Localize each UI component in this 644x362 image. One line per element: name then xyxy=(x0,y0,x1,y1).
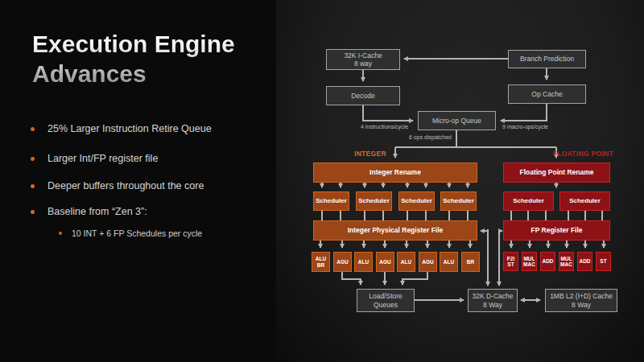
slide-title: Execution Engine Advances xyxy=(32,29,274,88)
bullet-text: 25% Larger Instruction Retire Queue xyxy=(47,123,212,134)
slide-title-line2: Advances xyxy=(32,59,274,88)
decode-box: Decode xyxy=(326,86,400,105)
bullet-item: Baseline from “Zen 3”: xyxy=(31,206,147,217)
unit-label: ADD xyxy=(579,258,590,264)
load-store-label-line1: Load/Store xyxy=(369,292,402,300)
fp-register-file-box: FP Register File xyxy=(503,220,610,241)
bullet-dot xyxy=(31,157,35,161)
unit-label: BR xyxy=(317,262,324,268)
dcache-label-line2: 8 Way xyxy=(483,301,502,309)
micro-op-queue-box: Micro-op Queue xyxy=(418,111,496,130)
int-scheduler-box: Scheduler xyxy=(440,191,477,211)
integer-section-label: INTEGER xyxy=(354,150,386,158)
unit-label: ALU xyxy=(401,259,411,265)
branch-prediction-label: Branch Prediction xyxy=(520,55,574,63)
bullet-dot xyxy=(31,210,35,214)
unit-label: ADD xyxy=(542,258,553,264)
micro-op-queue-label: Micro-op Queue xyxy=(432,117,481,125)
unit-label: AGU xyxy=(422,259,433,265)
l2-cache-label-line2: 8 Way xyxy=(572,301,591,309)
integer-rename-label: Integer Rename xyxy=(369,168,421,176)
slide-title-line1: Execution Engine xyxy=(32,29,274,59)
icache-box: 32K I-Cache 8 way xyxy=(326,49,400,70)
icache-label-line2: 8 way xyxy=(354,60,372,68)
unit-label: ST xyxy=(507,261,514,267)
ops-dispatched-label: 6 ops dispatched xyxy=(400,134,460,140)
l2-cache-box: 1MB L2 (I+D) Cache 8 Way xyxy=(545,289,617,312)
sub-bullet-text: 10 INT + 6 FP Schedules per cycle xyxy=(72,228,202,238)
dcache-box: 32K D-Cache 8 Way xyxy=(468,289,518,312)
fp-scheduler-label: Scheduler xyxy=(569,197,601,205)
bullet-text: Larger Int/FP register file xyxy=(47,153,158,164)
unit-label: AGU xyxy=(379,259,390,265)
unit-label: ALU xyxy=(316,256,326,261)
bullet-dot xyxy=(59,232,62,235)
unit-label: ALU xyxy=(358,259,369,265)
add-unit: ADD xyxy=(577,252,592,271)
unit-label: F2I xyxy=(507,256,514,261)
bullet-item: Larger Int/FP register file xyxy=(31,153,158,164)
agu-unit: AGU xyxy=(376,252,394,272)
fp-rename-label: Floating Point Rename xyxy=(519,168,593,176)
alu-unit: ALU xyxy=(354,252,373,272)
unit-label: ALU xyxy=(444,259,454,265)
alu-br-unit: ALU BR xyxy=(312,252,330,272)
agu-unit: AGU xyxy=(419,252,437,272)
unit-label: MUL xyxy=(523,256,535,261)
bullet-text: Baseline from “Zen 3”: xyxy=(47,206,147,217)
mul-mac-unit: MUL MAC xyxy=(559,252,574,271)
int-scheduler-label: Scheduler xyxy=(443,197,474,205)
bullet-text: Deeper buffers throughout the core xyxy=(47,180,204,191)
br-unit: BR xyxy=(461,252,480,272)
mul-mac-unit: MUL MAC xyxy=(522,252,537,271)
fp-rename-box: Floating Point Rename xyxy=(503,162,610,183)
op-cache-label: Op Cache xyxy=(531,90,562,98)
bullet-dot xyxy=(31,184,35,188)
sub-bullet-item: 10 INT + 6 FP Schedules per cycle xyxy=(59,228,202,238)
int-scheduler-box: Scheduler xyxy=(313,191,349,211)
branch-prediction-box: Branch Prediction xyxy=(508,50,586,68)
l2-cache-label-line1: 1MB L2 (I+D) Cache xyxy=(550,292,613,300)
int-scheduler-label: Scheduler xyxy=(401,197,432,205)
integer-register-file-label: Integer Physical Register File xyxy=(348,226,444,234)
f2i-st-unit: F2I ST xyxy=(503,252,518,271)
slide: Execution Engine Advances 25% Larger Ins… xyxy=(0,0,644,362)
instructions-per-cycle-label: 4 instructions/cycle xyxy=(354,124,415,130)
add-unit: ADD xyxy=(540,252,555,271)
integer-register-file-box: Integer Physical Register File xyxy=(313,220,477,241)
load-store-label-line2: Queues xyxy=(374,301,398,309)
alu-unit: ALU xyxy=(397,252,415,272)
int-scheduler-label: Scheduler xyxy=(316,197,347,205)
bullet-item: Deeper buffers throughout the core xyxy=(31,180,204,191)
unit-label: ST xyxy=(600,258,606,264)
op-cache-box: Op Cache xyxy=(508,84,586,104)
unit-label: BR xyxy=(467,259,474,265)
macro-ops-per-cycle-label: 9 macro-ops/cycle xyxy=(495,124,555,130)
load-store-queues-box: Load/Store Queues xyxy=(357,289,415,312)
agu-unit: AGU xyxy=(333,252,352,272)
int-scheduler-label: Scheduler xyxy=(358,197,390,205)
floating-point-section-label: FLOATING POINT xyxy=(546,150,613,158)
fp-register-file-label: FP Register File xyxy=(530,226,582,234)
decode-label: Decode xyxy=(351,92,374,100)
st-unit: ST xyxy=(596,252,611,271)
integer-rename-box: Integer Rename xyxy=(313,162,477,183)
unit-label: MUL xyxy=(560,256,572,261)
int-scheduler-box: Scheduler xyxy=(398,191,435,211)
fp-scheduler-box: Scheduler xyxy=(503,191,554,211)
unit-label: AGU xyxy=(336,259,348,265)
bullet-dot xyxy=(31,127,35,131)
unit-label: MAC xyxy=(523,261,535,267)
bullet-item: 25% Larger Instruction Retire Queue xyxy=(31,123,212,134)
unit-label: MAC xyxy=(560,261,572,267)
alu-unit: ALU xyxy=(440,252,458,272)
int-scheduler-box: Scheduler xyxy=(356,191,392,211)
icache-label-line1: 32K I-Cache xyxy=(344,51,382,60)
fp-scheduler-box: Scheduler xyxy=(559,191,610,211)
dcache-label-line1: 32K D-Cache xyxy=(472,292,513,300)
fp-scheduler-label: Scheduler xyxy=(513,197,544,205)
